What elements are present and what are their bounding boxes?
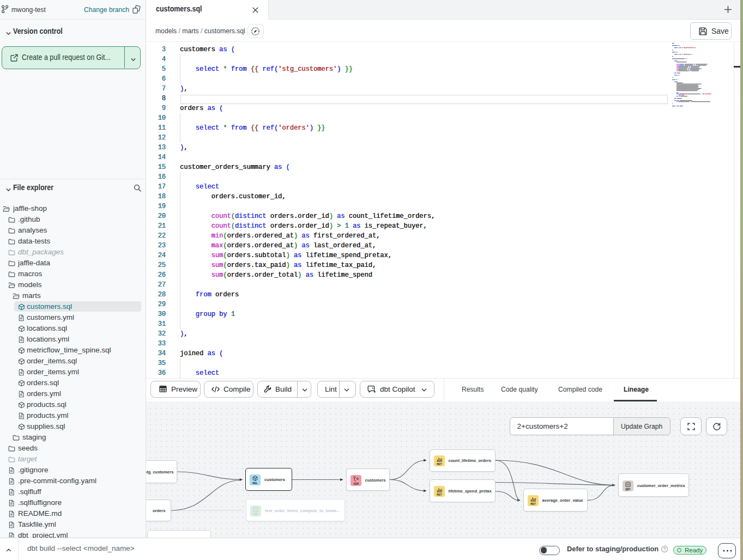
svg-text:QRY: QRY (625, 488, 631, 491)
svg-text:MET: MET (437, 494, 442, 497)
svg-text:SEM: SEM (353, 482, 359, 485)
svg-text:MET: MET (530, 503, 536, 506)
svg-text:MET: MET (437, 463, 442, 466)
svg-text:TST: TST (253, 513, 258, 516)
svg-text:MDL: MDL (252, 482, 258, 485)
